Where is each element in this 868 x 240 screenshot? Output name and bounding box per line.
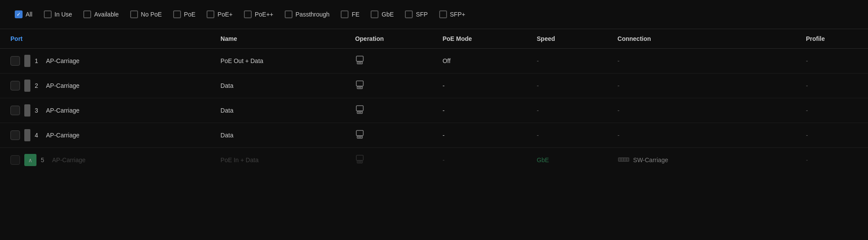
- filter-checkbox-in-use: [44, 10, 52, 18]
- port-conn-cell-1: -: [612, 49, 801, 73]
- port-conn-cell-2: -: [612, 73, 801, 98]
- filter-available[interactable]: Available: [79, 8, 123, 21]
- filter-label-sfp: SFP: [416, 11, 427, 18]
- port-number-2: 2: [35, 82, 42, 89]
- port-cell-5: ∧5AP-Carriage: [0, 148, 215, 173]
- filter-label-poe-plusplus: PoE++: [255, 11, 273, 18]
- table-row[interactable]: 3AP-CarriageData ----: [0, 98, 868, 123]
- filter-poe[interactable]: PoE: [169, 8, 200, 21]
- port-number-4: 4: [35, 132, 42, 139]
- filter-checkbox-sfp-plus: [439, 10, 447, 18]
- filter-label-poe-plus: PoE+: [217, 11, 233, 18]
- filter-label-no-poe: No PoE: [141, 11, 162, 18]
- svg-rect-0: [356, 56, 363, 61]
- row-checkbox-2[interactable]: [10, 81, 20, 90]
- filter-poe-plusplus[interactable]: PoE++: [240, 8, 278, 21]
- table-row[interactable]: ∧5AP-CarriagePoE In + Data -GbE SW-Carri…: [0, 148, 868, 173]
- filter-all[interactable]: All: [10, 8, 37, 21]
- port-conn-cell-4: -: [612, 123, 801, 148]
- table-row[interactable]: 4AP-CarriageData ----: [0, 123, 868, 148]
- svg-rect-18: [624, 158, 626, 161]
- filter-passthrough[interactable]: Passthrough: [280, 8, 334, 21]
- port-name-cell-4: Data: [215, 123, 350, 148]
- port-poe-cell-1: Off: [437, 49, 532, 73]
- table-row[interactable]: 2AP-CarriageData ----: [0, 73, 868, 98]
- filter-checkbox-passthrough: [285, 10, 293, 18]
- port-op-icon-2: [355, 82, 365, 91]
- filter-sfp-plus[interactable]: SFP+: [435, 8, 470, 21]
- port-name-cell-2: Data: [215, 73, 350, 98]
- col-header-speed: Speed: [532, 29, 612, 49]
- filter-checkbox-poe-plusplus: [244, 10, 252, 18]
- port-device-name-4: AP-Carriage: [46, 132, 79, 139]
- port-op-icon-4: [355, 131, 365, 141]
- row-checkbox-1[interactable]: [10, 56, 20, 66]
- col-header-profile: Profile: [801, 29, 868, 49]
- filter-label-poe: PoE: [184, 11, 195, 18]
- col-header-poe-mode: PoE Mode: [437, 29, 532, 49]
- ports-table: Port Name Operation PoE Mode Speed Conne…: [0, 29, 868, 172]
- filter-label-all: All: [26, 11, 33, 18]
- col-header-operation: Operation: [350, 29, 437, 49]
- port-profile-cell-3: -: [801, 98, 868, 123]
- port-poe-cell-2: -: [437, 73, 532, 98]
- filter-label-in-use: In Use: [55, 11, 72, 18]
- port-profile-cell-4: -: [801, 123, 868, 148]
- table-container: Port Name Operation PoE Mode Speed Conne…: [0, 29, 868, 172]
- col-header-name: Name: [215, 29, 350, 49]
- filter-checkbox-no-poe: [130, 10, 138, 18]
- port-number-3: 3: [35, 107, 42, 114]
- filter-checkbox-all: [15, 10, 23, 18]
- port-indicator-1: [24, 55, 30, 67]
- port-device-name-3: AP-Carriage: [46, 107, 79, 114]
- port-profile-cell-5: -: [801, 148, 868, 173]
- row-checkbox-3[interactable]: [10, 106, 20, 115]
- port-indicator-3: [24, 104, 30, 117]
- filter-sfp[interactable]: SFP: [401, 8, 432, 21]
- filter-label-passthrough: Passthrough: [296, 11, 330, 18]
- port-speed-cell-5: GbE: [532, 148, 612, 173]
- port-cell-3: 3AP-Carriage: [0, 98, 215, 123]
- port-name-cell-3: Data: [215, 98, 350, 123]
- port-op-cell-3: [350, 98, 437, 123]
- filter-in-use[interactable]: In Use: [39, 8, 76, 21]
- filter-checkbox-fe: [341, 10, 349, 18]
- filter-checkbox-sfp: [405, 10, 413, 18]
- filter-label-sfp-plus: SFP+: [450, 11, 465, 18]
- port-op-icon-1: [355, 57, 365, 67]
- filter-no-poe[interactable]: No PoE: [126, 8, 166, 21]
- port-cell-2: 2AP-Carriage: [0, 73, 215, 98]
- svg-rect-9: [356, 130, 363, 136]
- port-name-cell-5: PoE In + Data: [215, 148, 350, 173]
- port-active-indicator-5: ∧: [24, 154, 36, 166]
- conn-label-5: SW-Carriage: [633, 157, 668, 163]
- port-poe-cell-3: -: [437, 98, 532, 123]
- filter-label-available: Available: [94, 11, 119, 18]
- filter-bar: AllIn UseAvailableNo PoEPoEPoE+PoE++Pass…: [0, 0, 868, 29]
- port-device-name-2: AP-Carriage: [46, 82, 79, 89]
- filter-poe-plus[interactable]: PoE+: [202, 8, 237, 21]
- port-op-cell-1: [350, 49, 437, 73]
- filter-gbe[interactable]: GbE: [366, 8, 398, 21]
- port-op-cell-5: [350, 148, 437, 173]
- svg-rect-16: [619, 158, 621, 161]
- row-checkbox-4[interactable]: [10, 130, 20, 140]
- table-row[interactable]: 1AP-CarriagePoE Out + Data Off---: [0, 49, 868, 73]
- port-speed-cell-2: -: [532, 73, 612, 98]
- port-speed-cell-1: -: [532, 49, 612, 73]
- row-checkbox-5[interactable]: [10, 155, 20, 165]
- port-number-1: 1: [35, 57, 42, 64]
- conn-icon-5: [618, 156, 630, 164]
- filter-fe[interactable]: FE: [336, 8, 364, 21]
- filter-checkbox-available: [83, 10, 91, 18]
- svg-rect-12: [356, 155, 363, 160]
- port-number-5: 5: [41, 157, 48, 163]
- svg-rect-3: [356, 81, 363, 86]
- col-header-port: Port: [0, 29, 215, 49]
- port-name-cell-1: PoE Out + Data: [215, 49, 350, 73]
- port-profile-cell-2: -: [801, 73, 868, 98]
- port-device-name-5: AP-Carriage: [52, 157, 85, 163]
- filter-label-gbe: GbE: [381, 11, 394, 18]
- port-profile-cell-1: -: [801, 49, 868, 73]
- col-header-connection: Connection: [612, 29, 801, 49]
